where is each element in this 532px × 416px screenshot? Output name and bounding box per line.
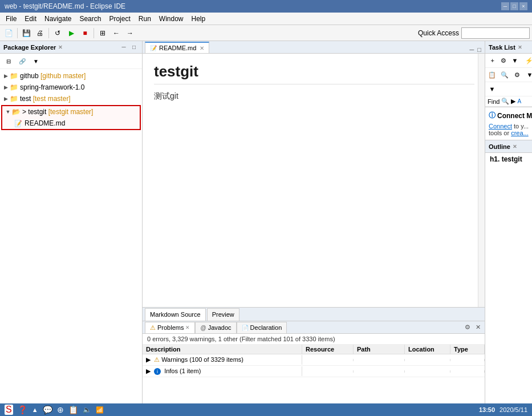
task-filter-btn[interactable]: ⚡ xyxy=(524,55,532,66)
minimize-panel-btn[interactable]: ─ xyxy=(119,43,128,52)
tab-javadoc[interactable]: @ Javadoc xyxy=(195,322,236,333)
tree-menu-btn[interactable]: ▼ xyxy=(30,55,42,67)
quick-access-input[interactable] xyxy=(461,27,530,39)
collapse-all-btn[interactable]: ⊟ xyxy=(2,55,15,67)
problems-controls[interactable]: ⚙ ✕ xyxy=(463,323,485,332)
debug-btn[interactable]: ▶ xyxy=(65,27,78,39)
status-time: 13:50 xyxy=(479,406,495,413)
tree-item-readme[interactable]: 📝 README.md xyxy=(2,118,140,129)
tree-toggle-testgit[interactable]: ▼ xyxy=(5,109,11,115)
status-arrow-up-icon: ▲ xyxy=(32,406,38,413)
task-settings-btn[interactable]: ⚙ xyxy=(499,55,509,66)
problems-panel: ⚠ Problems ✕ @ Javadoc 📄 Declaration ⚙ ✕… xyxy=(143,321,485,403)
menu-navigate[interactable]: Navigate xyxy=(41,14,75,24)
back-btn[interactable]: ← xyxy=(110,27,123,39)
editor-scrollbar[interactable] xyxy=(478,54,485,307)
problems-status: 0 errors, 3,329 warnings, 1 other (Filte… xyxy=(143,334,485,345)
tree-toggle-spring[interactable]: ▶ xyxy=(2,84,9,90)
task-btn-d[interactable]: ▼ xyxy=(524,69,532,80)
prob-res-infos xyxy=(302,370,354,373)
tree-item-spring[interactable]: ▶ 📁 spring-framework-1.0 xyxy=(0,82,142,93)
connect-link[interactable]: Connect xyxy=(489,123,512,130)
open-perspective[interactable]: ⊞ xyxy=(96,27,109,39)
task-list-section: Task List ✕ ─ □ + ⚙ ▼ ⚡ 🔍 ▼ 📋 🔍 ⚙ xyxy=(485,41,532,107)
menu-edit[interactable]: Edit xyxy=(21,14,40,24)
find-expand-btn[interactable]: ▶ xyxy=(511,98,515,105)
panel-controls[interactable]: ─ □ xyxy=(119,43,139,52)
menu-window[interactable]: Window xyxy=(156,14,187,24)
status-app-icon-3[interactable]: 📋 xyxy=(68,405,78,414)
stop-btn[interactable]: ■ xyxy=(79,27,91,39)
print-btn[interactable]: 🖨 xyxy=(34,27,46,39)
javadoc-tab-label: Javadoc xyxy=(208,324,232,331)
menu-file[interactable]: File xyxy=(2,14,20,24)
status-app-icon-4[interactable]: 🔈 xyxy=(83,406,91,414)
tree-label-test: test [test master] xyxy=(20,95,71,103)
editor-content[interactable]: testgit 测试git xyxy=(143,54,485,307)
editor-bottom-tab-bar: Markdown Source Preview xyxy=(143,307,485,321)
editor-heading: testgit xyxy=(154,63,474,84)
tab-controls[interactable]: ─ □ xyxy=(469,46,485,53)
forward-btn[interactable]: → xyxy=(124,27,136,39)
window-controls[interactable]: ─ □ × xyxy=(501,2,527,10)
connect-my-title-text: Connect My xyxy=(497,112,532,120)
create-link[interactable]: crea... xyxy=(511,130,529,136)
tab-declaration[interactable]: 📄 Declaration xyxy=(237,322,287,333)
tab-preview[interactable]: Preview xyxy=(207,308,239,321)
outline-title: Outline xyxy=(489,143,510,150)
new-task-btn[interactable]: + xyxy=(488,55,498,66)
tab-problems[interactable]: ⚠ Problems ✕ xyxy=(145,322,195,333)
menu-run[interactable]: Run xyxy=(135,14,155,24)
prob-row-infos[interactable]: ▶ i Infos (1 item) xyxy=(143,366,485,377)
minimize-editor-btn[interactable]: ─ xyxy=(469,46,476,53)
new-btn[interactable]: 📄 xyxy=(2,27,15,39)
menu-help[interactable]: Help xyxy=(188,14,209,24)
find-label: Find xyxy=(488,98,499,105)
quick-access-area: Quick Access xyxy=(418,27,530,39)
menu-search[interactable]: Search xyxy=(76,14,104,24)
editor-tab-readme[interactable]: 📝 README.md ✕ xyxy=(145,42,209,53)
prob-row-warnings[interactable]: ▶ ⚠ Warnings (100 of 3329 items) xyxy=(143,354,485,366)
tree-item-github[interactable]: ▶ 📁 github [github master] xyxy=(0,70,142,82)
minimize-btn[interactable]: ─ xyxy=(501,2,509,10)
task-list-header: Task List ✕ ─ □ xyxy=(485,41,532,54)
connect-my-body: Connect to y... tools or crea... xyxy=(489,123,532,136)
expand-infos-btn[interactable]: ▶ xyxy=(146,367,151,374)
status-app-icon-1[interactable]: 💬 xyxy=(43,405,52,414)
status-app-icon-2[interactable]: ⊕ xyxy=(57,405,64,414)
task-btn-b[interactable]: 🔍 xyxy=(499,69,510,80)
maximize-panel-btn[interactable]: □ xyxy=(129,43,139,52)
tree-toggle-test[interactable]: ▶ xyxy=(2,96,9,102)
task-btn-c[interactable]: ⚙ xyxy=(511,69,523,80)
find-search-icon: 🔍 xyxy=(501,98,509,105)
close-btn[interactable]: × xyxy=(519,2,527,10)
editor-panel: 📝 README.md ✕ ─ □ testgit 测试git xyxy=(143,41,485,321)
editor-content-wrapper: testgit 测试git xyxy=(143,54,485,307)
tree-item-testgit[interactable]: ▼ 📂 > testgit [testgit master] xyxy=(2,106,140,118)
refresh-btn[interactable]: ↺ xyxy=(51,27,64,39)
tab-markdown-source[interactable]: Markdown Source xyxy=(145,308,206,321)
problems-settings-btn[interactable]: ⚙ xyxy=(463,323,472,332)
outline-section: Outline ✕ ─ □ h1. testgit xyxy=(485,140,532,403)
tree-label-readme: README.md xyxy=(25,119,65,127)
status-question-icon[interactable]: ❓ xyxy=(18,405,27,414)
problems-tab-close[interactable]: ✕ xyxy=(185,325,190,330)
tree-toggle-github[interactable]: ▶ xyxy=(2,73,9,79)
editor-tab-close[interactable]: ✕ xyxy=(200,45,204,51)
problems-close-btn[interactable]: ✕ xyxy=(473,323,482,332)
status-s-icon[interactable]: S xyxy=(5,405,13,415)
toolbar-sep-2 xyxy=(48,28,49,38)
task-more-btn[interactable]: ▼ xyxy=(510,55,520,66)
outline-item-h1[interactable]: h1. testgit xyxy=(485,153,532,165)
expand-warnings-btn[interactable]: ▶ xyxy=(146,356,151,363)
tree-item-test[interactable]: ▶ 📁 test [test master] xyxy=(0,93,142,104)
col-path: Path xyxy=(354,345,405,354)
menu-project[interactable]: Project xyxy=(105,14,133,24)
task-btn-a[interactable]: 📋 xyxy=(486,69,498,80)
link-editor-btn[interactable]: 🔗 xyxy=(16,55,29,67)
maximize-btn[interactable]: □ xyxy=(510,2,518,10)
save-btn[interactable]: 💾 xyxy=(20,27,33,39)
extra-btn-a[interactable]: ▼ xyxy=(486,83,498,95)
package-explorer-header: Package Explorer ✕ ─ □ xyxy=(0,41,142,54)
maximize-editor-btn[interactable]: □ xyxy=(476,46,482,53)
